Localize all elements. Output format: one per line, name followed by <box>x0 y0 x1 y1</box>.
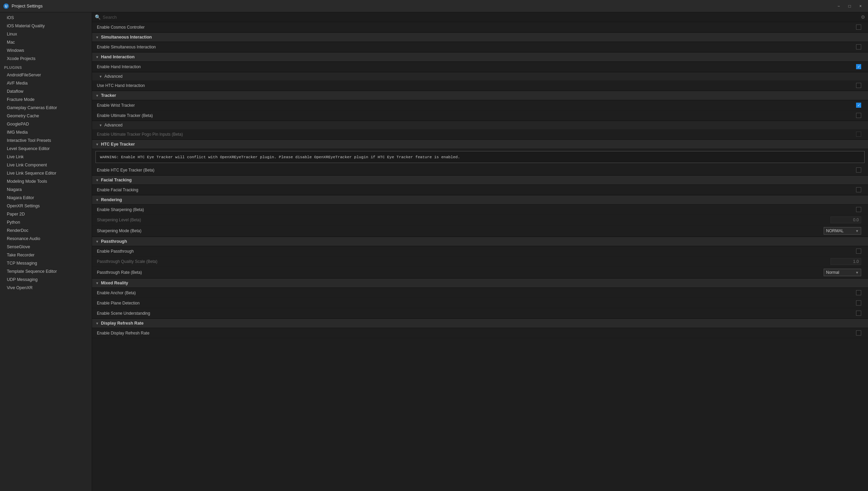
sidebar-item[interactable]: iOS <box>0 14 92 22</box>
tracker-pogo-control[interactable] <box>856 132 861 137</box>
enable-display-refresh-rate-control[interactable] <box>856 330 861 336</box>
enable-simultaneous-control[interactable] <box>856 44 861 49</box>
cosmos-controller-checkbox[interactable] <box>856 25 861 30</box>
enable-display-refresh-rate-checkbox[interactable] <box>856 330 861 336</box>
rendering-arrow-icon: ▼ <box>95 198 99 202</box>
passthrough-quality-scale-input[interactable] <box>830 258 861 265</box>
sidebar-item-level-sequence-editor[interactable]: Level Sequence Editor <box>0 145 92 153</box>
sidebar-item-openxr-settings[interactable]: OpenXR Settings <box>0 202 92 210</box>
sidebar-item-androidfileserver[interactable]: AndroidFileServer <box>0 71 92 79</box>
sharpening-level-row: Sharpening Level (Beta) <box>92 215 868 225</box>
sharpening-level-control[interactable] <box>830 217 861 223</box>
enable-simultaneous-checkbox[interactable] <box>856 44 861 49</box>
sidebar-item-template-sequence-editor[interactable]: Template Sequence Editor <box>0 267 92 276</box>
rendering-header[interactable]: ▼ Rendering <box>92 195 868 205</box>
sidebar-item-live-link-component[interactable]: Live Link Component <box>0 161 92 169</box>
sidebar-item-img-media[interactable]: IMG Media <box>0 128 92 136</box>
tracker-advanced-header[interactable]: ▼ Advanced <box>92 121 868 129</box>
rendering-title: Rendering <box>101 197 122 202</box>
close-button[interactable]: × <box>856 2 865 10</box>
settings-gear-icon[interactable]: ⚙ <box>861 14 865 20</box>
sidebar-item-resonance-audio[interactable]: Resonance Audio <box>0 235 92 243</box>
simultaneous-interaction-title: Simultaneous Interaction <box>101 35 152 40</box>
settings-scroll: Enable Cosmos Controller ▼ Simultaneous … <box>92 22 868 491</box>
sidebar-item[interactable]: Mac <box>0 38 92 46</box>
sidebar-item[interactable]: Linux <box>0 30 92 38</box>
tracker-header[interactable]: ▼ Tracker <box>92 91 868 100</box>
main-layout: iOS iOS Material Quality Linux Mac Windo… <box>0 12 868 491</box>
sidebar-item-modeling-mode-tools[interactable]: Modeling Mode Tools <box>0 177 92 185</box>
passthrough-title: Passthrough <box>101 239 127 244</box>
hand-interaction-arrow-icon: ▼ <box>95 55 99 59</box>
minimize-button[interactable]: − <box>834 2 843 10</box>
enable-htc-eye-tracker-control[interactable] <box>856 167 861 173</box>
enable-facial-tracking-checkbox[interactable] <box>856 187 861 192</box>
sidebar-item[interactable]: Xcode Projects <box>0 55 92 63</box>
sidebar-item-udp-messaging[interactable]: UDP Messaging <box>0 276 92 284</box>
passthrough-rate-arrow-icon: ▼ <box>855 271 859 274</box>
enable-hand-interaction-checkbox[interactable] <box>856 64 861 69</box>
enable-wrist-tracker-row: Enable Wrist Tracker <box>92 100 868 110</box>
sidebar-item-live-link[interactable]: Live Link <box>0 153 92 161</box>
hand-interaction-advanced-header[interactable]: ▼ Advanced <box>92 72 868 80</box>
sharpening-level-input[interactable] <box>830 217 861 223</box>
hand-interaction-header[interactable]: ▼ Hand Interaction <box>92 52 868 62</box>
htc-eye-tracker-header[interactable]: ▼ HTC Eye Tracker <box>92 139 868 149</box>
simultaneous-arrow-icon: ▼ <box>95 35 99 39</box>
enable-facial-tracking-control[interactable] <box>856 187 861 192</box>
enable-wrist-tracker-checkbox[interactable] <box>856 103 861 108</box>
sidebar-item-python[interactable]: Python <box>0 218 92 226</box>
enable-passthrough-checkbox[interactable] <box>856 249 861 254</box>
enable-plane-detection-row: Enable Plane Detection <box>92 298 868 308</box>
sidebar-item-fracturemode[interactable]: Fracture Mode <box>0 95 92 104</box>
sidebar-item-niagara-editor[interactable]: Niagara Editor <box>0 194 92 202</box>
enable-sharpening-checkbox[interactable] <box>856 207 861 212</box>
enable-anchor-control[interactable] <box>856 290 861 295</box>
enable-scene-understanding-checkbox[interactable] <box>856 311 861 316</box>
search-input[interactable] <box>103 15 861 20</box>
mixed-reality-header[interactable]: ▼ Mixed Reality <box>92 278 868 288</box>
display-refresh-rate-header[interactable]: ▼ Display Refresh Rate <box>92 318 868 328</box>
sharpening-mode-control[interactable]: NORMAL ▼ <box>824 227 861 235</box>
sidebar-item[interactable]: Windows <box>0 46 92 55</box>
sidebar-item-avfmedia[interactable]: AVF Media <box>0 79 92 87</box>
sidebar-item-renderdoc[interactable]: RenderDoc <box>0 226 92 235</box>
enable-scene-understanding-row: Enable Scene Understanding <box>92 308 868 318</box>
enable-passthrough-control[interactable] <box>856 249 861 254</box>
passthrough-rate-control[interactable]: Normal ▼ <box>824 269 861 276</box>
enable-htc-eye-tracker-checkbox[interactable] <box>856 167 861 173</box>
enable-anchor-checkbox[interactable] <box>856 290 861 295</box>
enable-scene-understanding-control[interactable] <box>856 311 861 316</box>
sidebar-item-live-link-sequence-editor[interactable]: Live Link Sequence Editor <box>0 169 92 177</box>
enable-plane-detection-control[interactable] <box>856 300 861 306</box>
sidebar-item-gameplay-cameras-editor[interactable]: Gameplay Cameras Editor <box>0 104 92 112</box>
sidebar-item-interactive-tool-presets[interactable]: Interactive Tool Presets <box>0 136 92 145</box>
sidebar-item[interactable]: iOS Material Quality <box>0 22 92 30</box>
sidebar-item-take-recorder[interactable]: Take Recorder <box>0 251 92 259</box>
enable-hand-interaction-control[interactable] <box>856 64 861 69</box>
sidebar-item-dataflow[interactable]: Dataflow <box>0 87 92 95</box>
passthrough-header[interactable]: ▼ Passthrough <box>92 237 868 246</box>
facial-tracking-header[interactable]: ▼ Facial Tracking <box>92 175 868 185</box>
passthrough-rate-dropdown[interactable]: Normal ▼ <box>824 269 861 276</box>
sidebar-item-tcp-messaging[interactable]: TCP Messaging <box>0 259 92 267</box>
tracker-pogo-checkbox[interactable] <box>856 132 861 137</box>
maximize-button[interactable]: □ <box>845 2 854 10</box>
sidebar-item-geometry-cache[interactable]: Geometry Cache <box>0 112 92 120</box>
enable-sharpening-control[interactable] <box>856 207 861 212</box>
use-htc-hand-control[interactable] <box>856 83 861 88</box>
sharpening-mode-dropdown[interactable]: NORMAL ▼ <box>824 227 861 235</box>
sidebar-item-googlepad[interactable]: GooglePAD <box>0 120 92 128</box>
sidebar-item-paper-2d[interactable]: Paper 2D <box>0 210 92 218</box>
enable-ultimate-tracker-checkbox[interactable] <box>856 113 861 118</box>
use-htc-hand-checkbox[interactable] <box>856 83 861 88</box>
sidebar-item-vive-openxr[interactable]: Vive OpenXR <box>0 284 92 292</box>
enable-wrist-tracker-control[interactable] <box>856 103 861 108</box>
enable-plane-detection-checkbox[interactable] <box>856 300 861 306</box>
sidebar-item-niagara[interactable]: Niagara <box>0 185 92 194</box>
passthrough-quality-scale-control[interactable] <box>830 258 861 265</box>
cosmos-controller-control[interactable] <box>856 25 861 30</box>
enable-ultimate-tracker-control[interactable] <box>856 113 861 118</box>
sidebar-item-senseglove[interactable]: SenseGlove <box>0 243 92 251</box>
simultaneous-interaction-header[interactable]: ▼ Simultaneous Interaction <box>92 32 868 42</box>
